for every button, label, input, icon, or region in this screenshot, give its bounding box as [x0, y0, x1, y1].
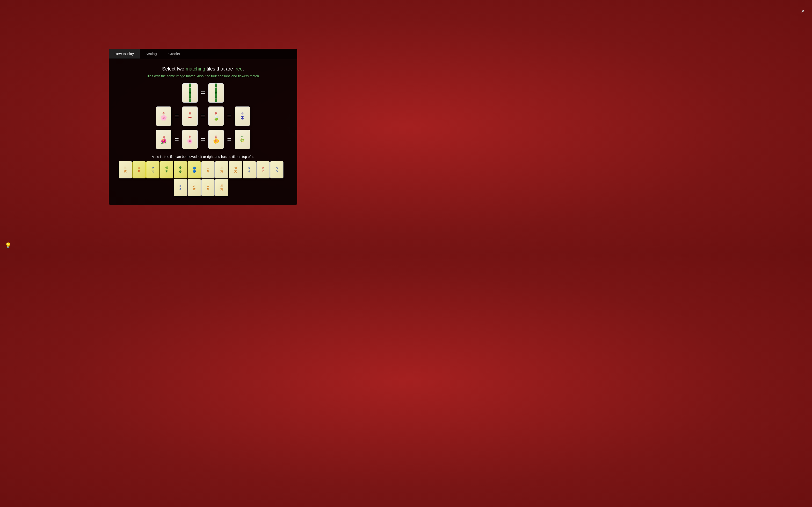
tile-row-bamboo: =: [182, 83, 224, 103]
main-instruction: Select two matching tiles that are free.: [116, 66, 290, 72]
modal-overlay: How to Play Setting Credits Select two m…: [0, 0, 406, 253]
tab-bar: How to Play Setting Credits: [109, 49, 297, 59]
equals-sign-2a: =: [175, 112, 179, 120]
flower4-tile: 竹 🎋: [235, 130, 250, 149]
winter-tile: 冬 ❄: [235, 107, 250, 126]
tab-how-to-play[interactable]: How to Play: [109, 49, 140, 59]
bottom-tile-15: 二萬: [201, 179, 215, 196]
equals-sign-3a: =: [175, 135, 179, 143]
spring-tile: 春 🌸: [156, 107, 171, 126]
tile-row-flowers: 菊 🌺 = 蘭 🌸 = 菊: [156, 130, 250, 149]
tab-setting[interactable]: Setting: [140, 49, 163, 59]
flower1-tile: 菊 🌺: [156, 130, 171, 149]
bamboo-tile-1: [182, 83, 198, 103]
bottom-tiles-row: 三萬 赤萬 ❄南 🌿東 ⚙⚙ 🔵🔵 二萬: [116, 161, 286, 196]
bottom-tile-8: 三萬: [215, 161, 229, 178]
lightbulb-icon[interactable]: 💡: [5, 242, 11, 249]
bottom-tile-2: 赤萬: [133, 161, 146, 178]
summer-tile: 夏 ☀: [182, 107, 198, 126]
sub-instruction: Tiles with the same image match. Also, t…: [116, 74, 290, 78]
flower2-tile: 蘭 🌸: [182, 130, 198, 149]
how-to-play-modal: How to Play Setting Credits Select two m…: [109, 49, 297, 205]
tiles-demo: = 春: [116, 83, 290, 149]
bottom-tile-13: ⊕⊕: [174, 179, 187, 196]
bottom-tile-7: 二萬: [201, 161, 215, 178]
bottom-tile-9: 菊萬: [229, 161, 242, 178]
equals-sign-2c: =: [227, 112, 231, 120]
bottom-tile-6: 🔵🔵: [188, 161, 201, 178]
equals-sign-2b: =: [201, 112, 205, 120]
equals-sign-3c: =: [227, 135, 231, 143]
tile-row-seasons: 春 🌸 = 夏 ☀ = 秋: [156, 107, 250, 126]
free-tile-description: A tile is free if it can be moved left o…: [116, 155, 290, 159]
bamboo-tile-2: [208, 83, 224, 103]
tab-credits[interactable]: Credits: [163, 49, 186, 59]
autumn-tile: 秋 🍃: [208, 107, 224, 126]
bottom-tile-16: 三萬: [215, 179, 229, 196]
bottom-tile-11: ⊙⊙: [256, 161, 270, 178]
bottom-tile-3: ❄南: [146, 161, 159, 178]
equals-sign-1: =: [201, 89, 205, 97]
flower3-tile: 菊 🌼: [208, 130, 224, 149]
bottom-tile-5: ⚙⚙: [174, 161, 187, 178]
equals-sign-3b: =: [201, 135, 205, 143]
bottom-tile-4: 🌿東: [160, 161, 173, 178]
modal-content: Select two matching tiles that are free.…: [109, 59, 297, 205]
bottom-tile-10: 東⚙: [243, 161, 256, 178]
bottom-tile-14: 人萬: [188, 179, 201, 196]
bottom-tile-12: ⊕⊕: [270, 161, 284, 178]
bottom-tile-1: 三萬: [119, 161, 132, 178]
